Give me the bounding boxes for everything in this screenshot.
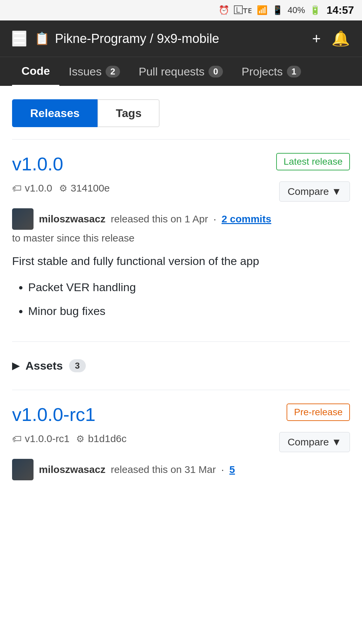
hamburger-menu[interactable]: ☰	[12, 31, 26, 47]
release-version-rc1[interactable]: v1.0.0-rc1	[12, 404, 96, 425]
repo-title: 📋 Pikne-Programy / 9x9-mobile	[35, 32, 304, 46]
assets-badge-v1: 3	[69, 359, 86, 372]
release-meta-row-rc1: 🏷 v1.0.0-rc1 ⚙ b1d1d6c Compare ▼	[12, 432, 350, 452]
releases-toggle-button[interactable]: Releases	[12, 99, 98, 127]
add-button[interactable]: +	[312, 30, 321, 47]
toggle-row: Releases Tags	[12, 99, 350, 127]
author-row-v1: miloszwasacz released this on 1 Apr · 2 …	[12, 208, 350, 230]
lte-icon: 🄻ᴛᴇ	[234, 5, 252, 15]
release-list-v1: Packet VER handling Minor bug fixes	[12, 278, 350, 320]
release-meta-rc1: 🏷 v1.0.0-rc1 ⚙ b1d1d6c	[12, 433, 127, 444]
wifi-icon: 📶	[257, 5, 267, 15]
tab-projects-label: Projects	[242, 65, 283, 78]
release-body-v1: First stable and fully functional versio…	[12, 252, 350, 320]
main-content: Releases Tags v1.0.0 Latest release 🏷 v1…	[0, 86, 362, 499]
projects-badge: 1	[287, 66, 301, 77]
tab-issues-label: Issues	[69, 65, 102, 78]
dot-separator-v1: ·	[214, 213, 216, 225]
assets-label-v1: Assets	[25, 359, 63, 372]
tag-meta-v1: 🏷 v1.0.0	[12, 182, 52, 194]
repo-icon: 📋	[35, 32, 50, 46]
compare-button-v1[interactable]: Compare ▼	[279, 181, 350, 202]
compare-label-v1: Compare	[288, 186, 329, 197]
divider-top	[12, 139, 350, 140]
author-name-v1[interactable]: miloszwasacz	[39, 213, 105, 225]
tab-issues[interactable]: Issues 2	[59, 58, 129, 86]
tabs-bar: Code Issues 2 Pull requests 0 Projects 1	[0, 57, 362, 86]
release-date-rc1: released this on 31 Mar	[111, 464, 216, 475]
commit-hash-rc1: b1d1d6c	[88, 433, 126, 444]
release-v1-0-0-rc1: v1.0.0-rc1 Pre-release 🏷 v1.0.0-rc1 ⚙ b1…	[12, 401, 350, 486]
signal-icon: 📱	[272, 5, 283, 15]
tag-icon-rc1: 🏷	[12, 433, 21, 444]
tab-code-label: Code	[21, 64, 50, 77]
tab-projects[interactable]: Projects 1	[232, 58, 310, 86]
tab-code[interactable]: Code	[12, 57, 59, 86]
compare-chevron-v1: ▼	[331, 186, 342, 197]
latest-release-badge: Latest release	[276, 153, 350, 170]
alarm-icon: ⏰	[219, 5, 229, 15]
bell-icon: 🔔	[331, 30, 350, 47]
author-row-rc1: miloszwasacz released this on 31 Mar · 5	[12, 459, 350, 480]
release-meta-v1: 🏷 v1.0.0 ⚙ 314100e	[12, 182, 110, 194]
navbar: ☰ 📋 Pikne-Programy / 9x9-mobile + 🔔	[0, 20, 362, 57]
author-name-rc1[interactable]: miloszwasacz	[39, 464, 105, 475]
tag-meta-rc1: 🏷 v1.0.0-rc1	[12, 433, 69, 444]
list-item-bugfix: Minor bug fixes	[28, 302, 350, 320]
dot-separator-rc1: ·	[221, 464, 224, 475]
assets-triangle-icon: ▶	[12, 360, 19, 371]
tag-icon-v1: 🏷	[12, 183, 21, 194]
prerelease-badge: Pre-release	[287, 404, 350, 421]
author-avatar-rc1	[12, 459, 34, 480]
commit-icon-rc1: ⚙	[76, 433, 84, 444]
notifications-button[interactable]: 🔔	[331, 30, 350, 47]
commits-link-rc1[interactable]: 5	[229, 464, 235, 475]
pr-badge: 0	[208, 66, 223, 77]
tab-pull-requests[interactable]: Pull requests 0	[129, 58, 232, 86]
divider-assets	[12, 341, 350, 342]
issues-badge: 2	[106, 66, 120, 77]
avatar-img-v1	[12, 208, 34, 230]
commit-meta-v1: ⚙ 314100e	[59, 182, 110, 194]
repo-path: Pikne-Programy / 9x9-mobile	[55, 32, 219, 46]
commit-hash-v1: 314100e	[71, 182, 110, 194]
list-item-packet: Packet VER handling	[28, 278, 350, 296]
status-bar: ⏰ 🄻ᴛᴇ 📶 📱 40% 🔋 14:57	[0, 0, 362, 20]
navbar-actions: + 🔔	[312, 30, 350, 47]
status-icons: ⏰ 🄻ᴛᴇ 📶 📱 40% 🔋	[219, 5, 320, 15]
commit-meta-rc1: ⚙ b1d1d6c	[76, 433, 126, 444]
assets-row-v1[interactable]: ▶ Assets 3	[12, 353, 350, 379]
release-header-rc1: v1.0.0-rc1 Pre-release	[12, 404, 350, 425]
battery-icon: 🔋	[310, 5, 320, 15]
tags-toggle-button[interactable]: Tags	[98, 99, 160, 127]
release-date-v1: released this on 1 Apr	[111, 213, 208, 225]
release-v1-0-0: v1.0.0 Latest release 🏷 v1.0.0 ⚙ 314100e…	[12, 150, 350, 331]
release-body-text-v1: First stable and fully functional versio…	[12, 252, 350, 270]
status-time: 14:57	[326, 4, 354, 16]
compare-label-rc1: Compare	[288, 436, 329, 448]
tag-label-rc1: v1.0.0-rc1	[25, 433, 69, 444]
tab-pr-label: Pull requests	[139, 65, 205, 78]
compare-button-rc1[interactable]: Compare ▼	[279, 432, 350, 452]
author-avatar-v1	[12, 208, 34, 230]
release-version-v1[interactable]: v1.0.0	[12, 153, 63, 175]
compare-chevron-rc1: ▼	[331, 436, 342, 448]
release-meta-row-v1: 🏷 v1.0.0 ⚙ 314100e Compare ▼	[12, 181, 350, 202]
divider-releases	[12, 390, 350, 390]
battery-percent: 40%	[288, 5, 305, 15]
avatar-img-rc1	[12, 459, 34, 480]
tag-label-v1: v1.0.0	[25, 182, 52, 194]
commit-icon-v1: ⚙	[59, 183, 67, 194]
plus-icon: +	[312, 30, 321, 47]
commits-detail-v1: to master since this release	[12, 232, 350, 244]
commits-link-v1[interactable]: 2 commits	[222, 213, 271, 225]
release-header-v1: v1.0.0 Latest release	[12, 153, 350, 175]
